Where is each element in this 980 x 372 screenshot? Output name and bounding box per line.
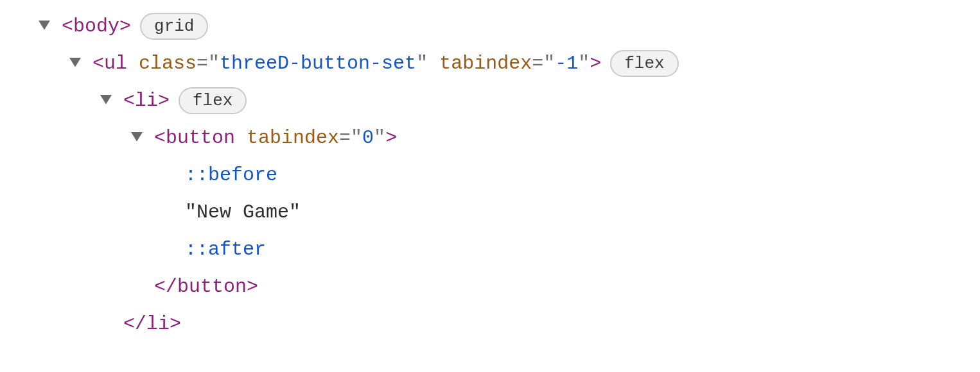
- node-content: <li>: [123, 82, 170, 120]
- expand-arrow-icon[interactable]: [69, 58, 92, 69]
- expand-arrow-icon[interactable]: [100, 95, 123, 106]
- tree-row[interactable]: <button tabindex="0">: [0, 119, 980, 156]
- node-content: "New Game": [185, 194, 301, 232]
- tree-row[interactable]: "New Game": [0, 194, 980, 231]
- tree-row[interactable]: <ul class="threeD-button-set" tabindex="…: [0, 45, 980, 82]
- expand-arrow-icon[interactable]: [39, 21, 62, 32]
- display-badge[interactable]: flex: [179, 87, 247, 114]
- node-content: <body>: [62, 8, 131, 46]
- tree-row[interactable]: <body>grid: [0, 8, 980, 45]
- node-content: ::after: [185, 231, 266, 269]
- node-content: </button>: [154, 268, 258, 306]
- display-badge[interactable]: grid: [140, 13, 208, 40]
- node-content: </li>: [123, 305, 181, 343]
- tree-row[interactable]: <li>flex: [0, 82, 980, 119]
- tree-row[interactable]: </button>: [0, 268, 980, 305]
- node-content: ::before: [185, 156, 277, 194]
- display-badge[interactable]: flex: [610, 50, 678, 77]
- tree-row[interactable]: </li>: [0, 305, 980, 342]
- tree-row[interactable]: ::before: [0, 156, 980, 194]
- node-content: <ul class="threeD-button-set" tabindex="…: [92, 45, 601, 83]
- tree-row[interactable]: ::after: [0, 231, 980, 268]
- node-content: <button tabindex="0">: [154, 119, 397, 157]
- expand-arrow-icon[interactable]: [131, 132, 154, 144]
- dom-tree: <body>grid<ul class="threeD-button-set" …: [0, 8, 980, 342]
